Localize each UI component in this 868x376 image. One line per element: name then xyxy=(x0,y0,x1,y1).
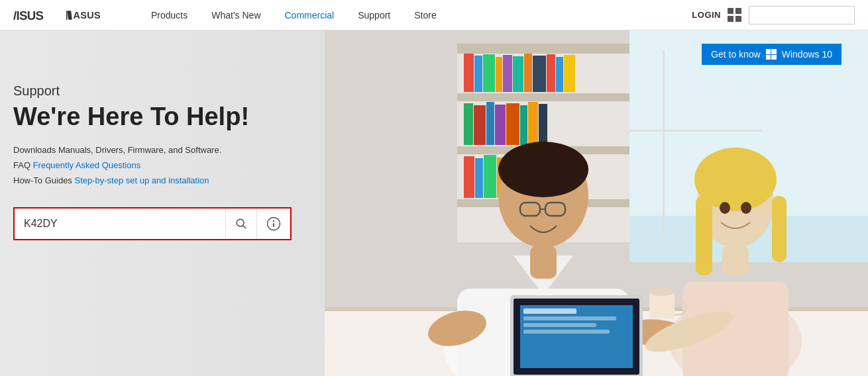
svg-rect-19 xyxy=(533,56,546,92)
svg-line-75 xyxy=(243,226,246,229)
grid-menu-icon[interactable] xyxy=(728,8,742,23)
svg-rect-66 xyxy=(772,196,787,262)
hero-search-container: K42DY xyxy=(13,207,292,240)
svg-rect-57 xyxy=(520,305,633,368)
nav-right: LOGIN xyxy=(692,6,855,24)
howto-link[interactable]: Step-by-step set up and installation xyxy=(74,175,209,185)
nav-item-commercial[interactable]: Commercial xyxy=(273,0,347,30)
hero-section: Get to know Windows 10 Support We're Her… xyxy=(0,30,868,376)
svg-text:/ISUS: /ISUS xyxy=(13,8,44,22)
win10-prefix: Get to know xyxy=(711,49,761,60)
svg-rect-33 xyxy=(484,155,496,198)
svg-rect-59 xyxy=(523,316,616,320)
svg-rect-16 xyxy=(503,55,512,92)
svg-point-72 xyxy=(649,288,675,296)
nav-links: Products What's New Commercial Support S… xyxy=(139,0,692,30)
svg-marker-2 xyxy=(68,11,72,20)
hero-link-howto: How-To Guides Step-by-step set up and in… xyxy=(13,173,311,188)
svg-rect-15 xyxy=(496,57,502,92)
svg-rect-60 xyxy=(523,323,596,327)
nav-item-whats-new[interactable]: What's New xyxy=(199,0,272,30)
hero-search-icon xyxy=(235,218,247,230)
svg-point-70 xyxy=(741,202,751,214)
nav-search-box xyxy=(749,6,855,24)
nav-search-input[interactable] xyxy=(749,7,868,24)
hero-content: Support We're Here To Help! Downloads Ma… xyxy=(13,83,311,240)
svg-rect-13 xyxy=(474,56,482,92)
svg-rect-20 xyxy=(547,54,555,92)
svg-rect-58 xyxy=(523,308,576,314)
faq-link[interactable]: Frequently Asked Questions xyxy=(33,160,141,170)
nav-item-products[interactable]: Products xyxy=(139,0,199,30)
svg-rect-28 xyxy=(520,105,527,145)
svg-rect-31 xyxy=(464,156,474,198)
hero-links: Downloads Manuals, Drivers, Firmware, an… xyxy=(13,142,311,189)
svg-rect-22 xyxy=(564,55,575,92)
svg-text:ASUS: ASUS xyxy=(73,10,101,21)
win10-label: Windows 10 xyxy=(782,49,832,60)
hero-info-button[interactable] xyxy=(256,209,290,239)
svg-rect-67 xyxy=(722,246,749,275)
svg-rect-27 xyxy=(506,103,519,145)
downloads-text: Downloads Manuals, Drivers, Firmware, an… xyxy=(13,145,221,155)
svg-point-45 xyxy=(498,142,588,197)
svg-point-77 xyxy=(273,220,274,222)
svg-point-69 xyxy=(720,202,730,214)
svg-rect-53 xyxy=(530,246,557,279)
faq-prefix: FAQ xyxy=(13,160,33,170)
svg-rect-12 xyxy=(464,54,474,92)
howto-prefix: How-To Guides xyxy=(13,175,74,185)
hero-search-input[interactable]: K42DY xyxy=(15,209,225,239)
svg-rect-61 xyxy=(523,330,610,334)
win10-banner[interactable]: Get to know Windows 10 xyxy=(702,44,841,65)
hero-image xyxy=(325,30,868,376)
svg-rect-32 xyxy=(475,158,483,198)
login-button[interactable]: LOGIN xyxy=(692,10,721,20)
svg-rect-9 xyxy=(457,93,629,101)
svg-rect-25 xyxy=(486,102,494,145)
hero-headline: We're Here To Help! xyxy=(13,103,311,132)
windows-logo-icon xyxy=(766,49,777,60)
svg-rect-30 xyxy=(539,104,547,145)
svg-rect-21 xyxy=(556,57,563,92)
svg-rect-1 xyxy=(66,11,68,20)
svg-rect-39 xyxy=(663,50,665,236)
hero-search-button[interactable] xyxy=(225,209,256,239)
svg-rect-24 xyxy=(474,105,486,145)
svg-rect-23 xyxy=(464,103,473,145)
svg-rect-65 xyxy=(696,196,712,275)
svg-point-74 xyxy=(237,219,244,226)
navbar: /ISUS ASUS Products What's New Commercia… xyxy=(0,0,868,30)
svg-rect-78 xyxy=(273,223,274,227)
nav-item-support[interactable]: Support xyxy=(346,0,402,30)
svg-rect-26 xyxy=(495,105,506,145)
svg-rect-29 xyxy=(528,102,538,145)
nav-item-store[interactable]: Store xyxy=(402,0,448,30)
asus-logo[interactable]: /ISUS ASUS xyxy=(13,5,119,25)
svg-rect-8 xyxy=(457,44,629,54)
hero-link-faq: FAQ Frequently Asked Questions xyxy=(13,158,311,173)
svg-rect-18 xyxy=(524,54,532,92)
info-icon xyxy=(266,216,281,231)
svg-rect-40 xyxy=(629,130,762,132)
hero-support-label: Support xyxy=(13,83,311,99)
hero-link-downloads: Downloads Manuals, Drivers, Firmware, an… xyxy=(13,142,311,158)
svg-rect-14 xyxy=(483,54,495,92)
svg-rect-17 xyxy=(513,56,523,92)
